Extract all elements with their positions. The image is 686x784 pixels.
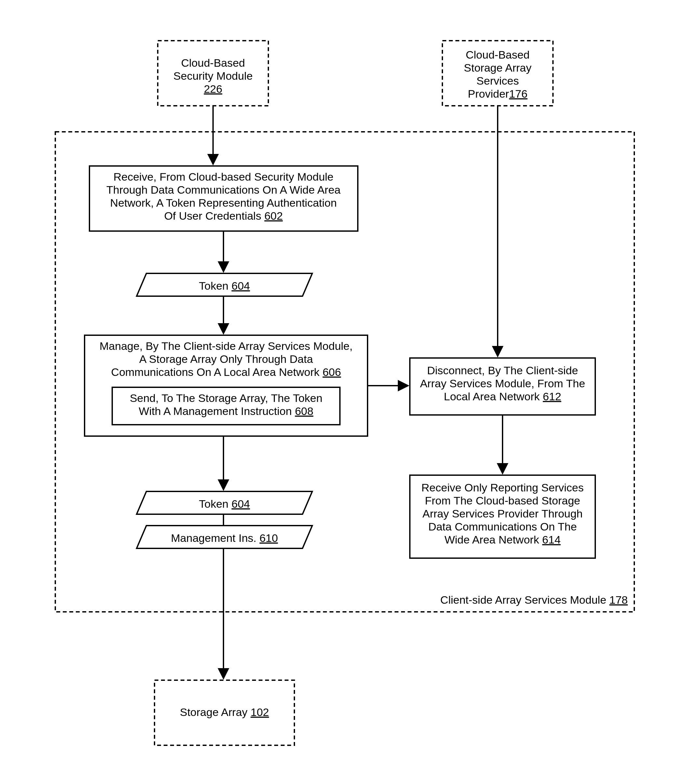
svg-text:Storage Array 102: Storage Array 102 — [180, 706, 269, 718]
svg-text:Cloud-Based: Cloud-Based — [181, 57, 245, 69]
svg-text:Data Communications On The: Data Communications On The — [428, 520, 577, 533]
token-out-1: Token 604 — [137, 273, 312, 296]
svg-text:Token 604: Token 604 — [199, 280, 250, 292]
svg-text:Array Services Module, From Th: Array Services Module, From The — [420, 377, 585, 390]
cloud-security-module-node: Cloud-Based Security Module 226 — [158, 41, 268, 106]
svg-text:Services: Services — [477, 75, 519, 87]
svg-text:Network, A Token Representing : Network, A Token Representing Authentica… — [110, 196, 337, 209]
svg-text:Of User Credentials 602: Of User Credentials 602 — [164, 210, 283, 222]
svg-text:Security Module: Security Module — [173, 70, 253, 82]
svg-text:Storage Array: Storage Array — [464, 62, 531, 74]
svg-text:Local Area Network  612: Local Area Network 612 — [444, 390, 562, 403]
svg-text:With A Management Instruction : With A Management Instruction 608 — [139, 405, 314, 417]
storage-array-node: Storage Array 102 — [155, 680, 294, 745]
svg-text:Cloud-Based: Cloud-Based — [466, 49, 530, 61]
svg-text:From The Cloud-based Storage: From The Cloud-based Storage — [425, 494, 580, 507]
svg-text:226: 226 — [204, 83, 222, 95]
flowchart-diagram: Client-side Array Services Module 178 Cl… — [0, 0, 686, 784]
svg-text:Receive, From Cloud-based Secu: Receive, From Cloud-based Security Modul… — [114, 170, 334, 183]
svg-text:Send, To The Storage Array, Th: Send, To The Storage Array, The Token — [130, 392, 322, 404]
svg-text:Receive Only Reporting Service: Receive Only Reporting Services — [421, 481, 584, 494]
svg-text:A Storage Array Only Through D: A Storage Array Only Through Data — [139, 353, 313, 365]
client-side-module-label: Client-side Array Services Module 178 — [440, 594, 628, 606]
management-instruction-out: Management Ins. 610 — [137, 525, 312, 548]
svg-text:Through Data Communications On: Through Data Communications On A Wide Ar… — [106, 183, 341, 196]
svg-text:Disconnect, By The Client-side: Disconnect, By The Client-side — [427, 364, 578, 376]
cloud-storage-provider-node: Cloud-Based Storage Array Services Provi… — [443, 41, 553, 106]
svg-text:Communications On A Local Area: Communications On A Local Area Network 6… — [111, 366, 341, 378]
svg-text:Manage, By The Client-side Arr: Manage, By The Client-side Array Service… — [100, 340, 353, 352]
svg-text:Array Services Provider Throug: Array Services Provider Through — [423, 507, 583, 520]
svg-text:Token 604: Token 604 — [199, 498, 250, 510]
manage-step: Manage, By The Client-side Array Service… — [85, 335, 368, 436]
svg-text:Wide Area Network 614: Wide Area Network 614 — [444, 534, 560, 546]
receive-reporting-step: Receive Only Reporting Services From The… — [410, 475, 595, 558]
token-out-2: Token 604 — [137, 491, 312, 514]
disconnect-step: Disconnect, By The Client-side Array Ser… — [410, 358, 595, 415]
svg-text:Management Ins. 610: Management Ins. 610 — [171, 532, 278, 544]
receive-token-step: Receive, From Cloud-based Security Modul… — [90, 166, 358, 231]
svg-text:Provider176: Provider176 — [468, 88, 527, 100]
